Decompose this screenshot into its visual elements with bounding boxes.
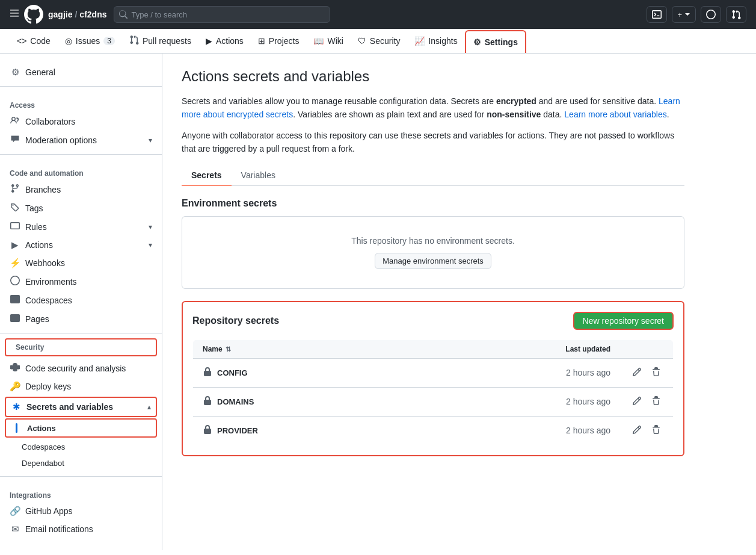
sidebar-item-branches[interactable]: Branches [0, 180, 162, 199]
issues-icon: ◎ [65, 36, 72, 46]
issues-badge: 3 [103, 37, 115, 45]
sidebar-sub-dependabot[interactable]: Dependabot [0, 455, 162, 471]
lock-icon-provider [203, 425, 212, 436]
sidebar-item-moderation[interactable]: Moderation options ▾ [0, 131, 162, 149]
nav-wiki[interactable]: 📖 Wiki [306, 30, 350, 53]
sidebar-item-collaborators[interactable]: Collaborators [0, 112, 162, 131]
secret-row-config: CONFIG 2 hours ago [193, 358, 674, 387]
repo-secrets-header: Repository secrets New repository secret [192, 312, 674, 330]
nav-insights[interactable]: 📈 Insights [407, 30, 464, 53]
env-secrets-empty-msg: This repository has no environment secre… [192, 236, 674, 246]
wiki-icon: 📖 [313, 36, 324, 46]
lock-icon-domains [203, 396, 212, 408]
sidebar-item-github-apps[interactable]: 🔗 GitHub Apps [0, 502, 162, 520]
desc-text-3: . Variables are shown as plain text and … [293, 110, 487, 119]
delete-provider-button[interactable] [649, 424, 663, 438]
hamburger-icon[interactable] [10, 8, 19, 21]
new-repository-secret-button[interactable]: New repository secret [573, 312, 674, 330]
name-header: Name ⇅ [193, 340, 423, 358]
pr-icon-button[interactable] [726, 6, 746, 23]
sidebar-item-rules[interactable]: Rules ▾ [0, 217, 162, 236]
nav-projects[interactable]: ⊞ Projects [251, 30, 307, 53]
sidebar-item-tags[interactable]: Tags [0, 199, 162, 217]
sidebar-security-section: Security [5, 338, 157, 356]
code-security-icon [10, 362, 20, 374]
search-bar[interactable]: Type / to search [114, 6, 330, 23]
secrets-table: Name ⇅ Last updated [192, 340, 674, 445]
tab-secrets[interactable]: Secrets [182, 166, 232, 186]
config-last-updated: 2 hours ago [423, 358, 620, 387]
moderation-icon [10, 134, 20, 146]
nav-issues[interactable]: ◎ Issues 3 [58, 30, 122, 53]
sidebar-item-environments[interactable]: Environments [0, 272, 162, 291]
sidebar-divider-2 [0, 154, 162, 155]
nav-settings[interactable]: ⚙ Settings [465, 30, 526, 53]
github-logo[interactable] [24, 5, 43, 24]
actions-expand-icon: ▾ [149, 241, 152, 249]
domains-actions [620, 387, 674, 416]
sidebar-item-email-notifications[interactable]: ✉ Email notifications [0, 520, 162, 538]
terminal-button[interactable] [647, 6, 667, 23]
description-para1: Secrets and variables allow you to manag… [182, 95, 684, 122]
nav-pull-requests[interactable]: Pull requests [122, 29, 198, 54]
last-updated-header: Last updated [423, 340, 620, 358]
desc-non-sensitive: non-sensitive [487, 110, 541, 119]
secret-name-config: CONFIG [193, 358, 423, 387]
actions-header [620, 340, 674, 358]
edit-provider-button[interactable] [630, 424, 644, 438]
description-para2: Anyone with collaborator access to this … [182, 129, 684, 156]
email-notifications-icon: ✉ [10, 524, 20, 535]
nav-code[interactable]: <> Code [10, 30, 58, 53]
sidebar-divider [0, 86, 162, 87]
desc-text-1: Secrets and variables allow you to manag… [182, 96, 496, 106]
tab-variables[interactable]: Variables [232, 166, 285, 186]
sidebar-item-webhooks[interactable]: ⚡ Webhooks [0, 254, 162, 272]
sidebar-item-secrets-variables[interactable]: ✱ Secrets and variables ▴ [5, 397, 157, 417]
code-icon: <> [17, 36, 26, 46]
tags-icon [10, 202, 20, 214]
actions-icon: ▶ [206, 36, 212, 46]
security-icon: 🛡 [358, 36, 366, 46]
nav-security[interactable]: 🛡 Security [351, 30, 408, 53]
desc-encrypted: encrypted [496, 96, 536, 106]
secret-row-domains: DOMAINS 2 hours ago [193, 387, 674, 416]
provider-last-updated: 2 hours ago [423, 416, 620, 445]
sidebar-item-code-security[interactable]: Code security and analysis [0, 359, 162, 377]
repo-secrets-title: Repository secrets [192, 315, 279, 326]
insights-icon: 📈 [414, 36, 425, 46]
rules-icon [10, 221, 20, 232]
sidebar-sub-codespaces[interactable]: Codespaces [0, 439, 162, 455]
sidebar-sub-actions[interactable]: Actions [5, 418, 157, 438]
manage-env-secrets-button[interactable]: Manage environment secrets [375, 253, 491, 269]
plus-button[interactable]: + [672, 6, 696, 23]
pages-icon [10, 313, 20, 324]
config-secret-name: CONFIG [217, 368, 248, 377]
delete-domains-button[interactable] [649, 395, 663, 409]
main-content: Actions secrets and variables Secrets an… [162, 54, 704, 550]
projects-icon: ⊞ [258, 36, 265, 46]
general-icon: ⚙ [10, 67, 20, 78]
sort-icon[interactable]: ⇅ [226, 346, 231, 353]
sidebar-item-general[interactable]: ⚙ General [0, 63, 162, 81]
domains-last-updated: 2 hours ago [423, 387, 620, 416]
search-placeholder: Type / to search [131, 10, 187, 19]
delete-config-button[interactable] [649, 366, 663, 380]
sidebar-item-deploy-keys[interactable]: 🔑 Deploy keys [0, 377, 162, 395]
sidebar-item-pages[interactable]: Pages [0, 309, 162, 328]
nav-actions[interactable]: ▶ Actions [198, 30, 251, 53]
env-secrets-box: This repository has no environment secre… [182, 216, 684, 289]
edit-domains-button[interactable] [630, 395, 644, 409]
sidebar-item-codespaces[interactable]: Codespaces [0, 291, 162, 309]
rules-expand-icon: ▾ [149, 223, 152, 231]
pull-requests-icon [129, 35, 139, 46]
config-actions [620, 358, 674, 387]
secrets-icon: ✱ [11, 402, 22, 412]
actions-sub-indicator [16, 423, 17, 433]
secret-row-provider: PROVIDER 2 hours ago [193, 416, 674, 445]
domains-secret-name: DOMAINS [217, 397, 254, 406]
github-apps-icon: 🔗 [10, 506, 20, 516]
learn-more-variables-link[interactable]: Learn more about variables [564, 110, 666, 119]
circle-icon-button[interactable] [701, 6, 721, 23]
edit-config-button[interactable] [630, 366, 644, 380]
sidebar-item-actions[interactable]: ▶ Actions ▾ [0, 236, 162, 254]
